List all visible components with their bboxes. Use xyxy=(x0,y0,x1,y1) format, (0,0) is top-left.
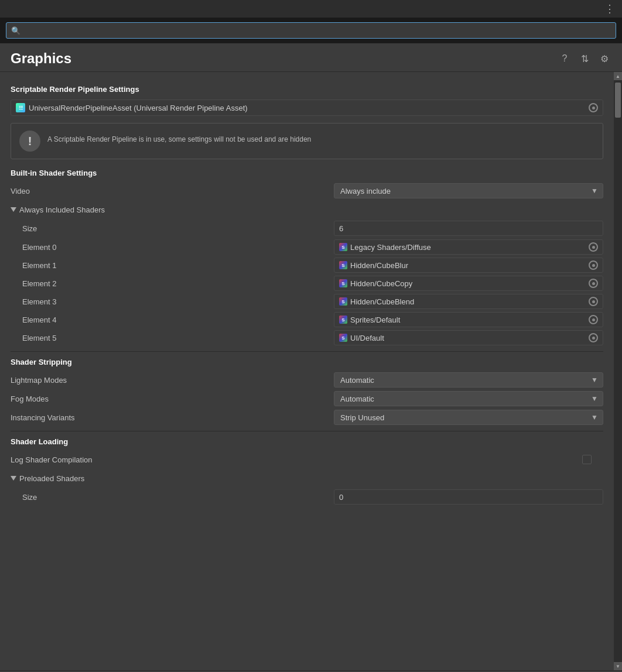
gear-icon: ⚙ xyxy=(600,53,609,64)
element-1-target[interactable] xyxy=(589,260,598,270)
element-2-value: Hidden/CubeCopy xyxy=(350,279,412,288)
element-1-value: Hidden/CubeBlur xyxy=(350,261,408,270)
fog-dropdown[interactable]: Automatic ▼ xyxy=(334,391,603,406)
element-4-target[interactable] xyxy=(589,315,598,324)
target-inner-1 xyxy=(592,264,595,267)
video-dropdown-value: Always include xyxy=(340,187,391,196)
element-2-target[interactable] xyxy=(589,279,598,288)
preloaded-header: Preloaded Shaders xyxy=(11,471,603,486)
instancing-dropdown[interactable]: Strip Unused ▼ xyxy=(334,410,603,425)
divider-1 xyxy=(11,351,603,352)
video-row: Video Always include ▼ xyxy=(11,183,603,198)
element-4-field[interactable]: S Sprites/Default xyxy=(334,312,603,327)
log-shader-checkbox[interactable] xyxy=(582,455,592,464)
video-dropdown-arrow: ▼ xyxy=(591,187,598,195)
warning-box: ! A Scriptable Render Pipeline is in use… xyxy=(11,123,603,159)
always-included-section: Always Included Shaders Size 6 Element 0… xyxy=(11,202,603,345)
warning-text: A Scriptable Render Pipeline is in use, … xyxy=(47,131,311,145)
main-content: Scriptable Render Pipeline Settings ☷ Un… xyxy=(0,72,622,670)
header-icons: ? ⇅ ⚙ xyxy=(558,52,611,66)
search-bar: 🔍 xyxy=(0,18,622,43)
element-4-content: S Sprites/Default xyxy=(339,316,400,324)
element-5-field[interactable]: S UI/Default xyxy=(334,330,603,345)
element-5-value: UI/Default xyxy=(350,334,384,342)
scrollbar-down-button[interactable]: ▼ xyxy=(614,662,622,670)
element-5-content: S UI/Default xyxy=(339,334,384,342)
target-inner-3 xyxy=(592,300,595,303)
lightmap-dropdown-arrow: ▼ xyxy=(591,376,598,384)
element-3-value: Hidden/CubeBlend xyxy=(350,297,414,306)
scriptable-pipeline-section-title: Scriptable Render Pipeline Settings xyxy=(11,85,603,94)
preloaded-expand-icon xyxy=(11,476,16,481)
warning-icon: ! xyxy=(19,131,40,152)
scrollbar-thumb[interactable] xyxy=(615,83,621,118)
instancing-row: Instancing Variants Strip Unused ▼ xyxy=(11,410,603,425)
element-1-field[interactable]: S Hidden/CubeBlur xyxy=(334,258,603,273)
shader-icon-5: S xyxy=(339,334,347,342)
help-icon: ? xyxy=(562,53,568,64)
always-included-label-text: Always Included Shaders xyxy=(19,205,105,214)
element-1-content: S Hidden/CubeBlur xyxy=(339,261,408,270)
element-0-target[interactable] xyxy=(589,242,598,252)
target-inner-0 xyxy=(592,246,595,249)
pipeline-asset-icon: ☷ xyxy=(16,103,25,112)
shader-element-1: Element 1 S Hidden/CubeBlur xyxy=(11,258,603,273)
lightmap-row: Lightmap Modes Automatic ▼ xyxy=(11,372,603,388)
element-3-target[interactable] xyxy=(589,297,598,306)
video-dropdown[interactable]: Always include ▼ xyxy=(334,183,603,198)
element-1-label: Element 1 xyxy=(11,261,57,270)
gear-button[interactable]: ⚙ xyxy=(597,52,611,66)
log-shader-label: Log Shader Compilation xyxy=(11,455,92,464)
menu-dots[interactable]: ⋮ xyxy=(604,2,616,15)
element-2-content: S Hidden/CubeCopy xyxy=(339,279,412,288)
element-2-label: Element 2 xyxy=(11,279,57,288)
target-icon-inner xyxy=(592,107,595,109)
element-2-field[interactable]: S Hidden/CubeCopy xyxy=(334,276,603,291)
element-0-value: Legacy Shaders/Diffuse xyxy=(350,243,431,252)
log-shader-row: Log Shader Compilation xyxy=(11,452,603,467)
shader-size-input[interactable]: 6 xyxy=(334,221,603,236)
preloaded-size-label: Size xyxy=(11,493,37,502)
video-label: Video xyxy=(11,187,30,196)
instancing-value: Strip Unused xyxy=(340,413,384,422)
lightmap-value: Automatic xyxy=(340,376,374,385)
fog-row: Fog Modes Automatic ▼ xyxy=(11,391,603,406)
shader-element-0: Element 0 S Legacy Shaders/Diffuse xyxy=(11,239,603,255)
preloaded-size-row: Size 0 xyxy=(11,489,603,505)
shader-element-5: Element 5 S UI/Default xyxy=(11,330,603,345)
element-5-target[interactable] xyxy=(589,333,598,342)
preloaded-label[interactable]: Preloaded Shaders xyxy=(11,474,84,483)
search-input[interactable] xyxy=(24,26,611,35)
content-panel: Scriptable Render Pipeline Settings ☷ Un… xyxy=(0,72,614,670)
shader-icon-1: S xyxy=(339,261,347,269)
shader-stripping-title: Shader Stripping xyxy=(11,358,603,366)
pipeline-asset-label: ☷ UniversalRenderPipelineAsset (Universa… xyxy=(16,103,248,112)
page-title: Graphics xyxy=(11,50,71,67)
page-header: Graphics ? ⇅ ⚙ xyxy=(0,43,622,72)
sliders-icon: ⇅ xyxy=(581,53,589,64)
element-3-field[interactable]: S Hidden/CubeBlend xyxy=(334,294,603,309)
element-0-label: Element 0 xyxy=(11,243,57,252)
pipeline-asset-row: ☷ UniversalRenderPipelineAsset (Universa… xyxy=(11,100,603,116)
sliders-button[interactable]: ⇅ xyxy=(577,52,592,66)
target-inner-4 xyxy=(592,318,595,321)
target-inner-5 xyxy=(592,337,595,340)
fog-value: Automatic xyxy=(340,395,374,403)
element-0-field[interactable]: S Legacy Shaders/Diffuse xyxy=(334,239,603,255)
element-4-label: Element 4 xyxy=(11,316,57,324)
shader-element-4: Element 4 S Sprites/Default xyxy=(11,312,603,327)
pipeline-target-button[interactable] xyxy=(589,103,598,112)
instancing-dropdown-arrow: ▼ xyxy=(591,413,598,421)
element-3-content: S Hidden/CubeBlend xyxy=(339,297,414,306)
element-4-value: Sprites/Default xyxy=(350,316,400,324)
pipeline-asset-name: UniversalRenderPipelineAsset (Universal … xyxy=(29,104,248,112)
preloaded-size-input[interactable]: 0 xyxy=(334,489,603,505)
help-button[interactable]: ? xyxy=(558,52,572,66)
search-icon: 🔍 xyxy=(11,26,20,35)
instancing-label: Instancing Variants xyxy=(11,413,75,422)
preloaded-label-text: Preloaded Shaders xyxy=(19,474,84,483)
always-included-label[interactable]: Always Included Shaders xyxy=(11,205,105,214)
scrollbar-up-button[interactable]: ▲ xyxy=(614,72,622,80)
lightmap-dropdown[interactable]: Automatic ▼ xyxy=(334,372,603,388)
shader-icon-0: S xyxy=(339,243,347,251)
